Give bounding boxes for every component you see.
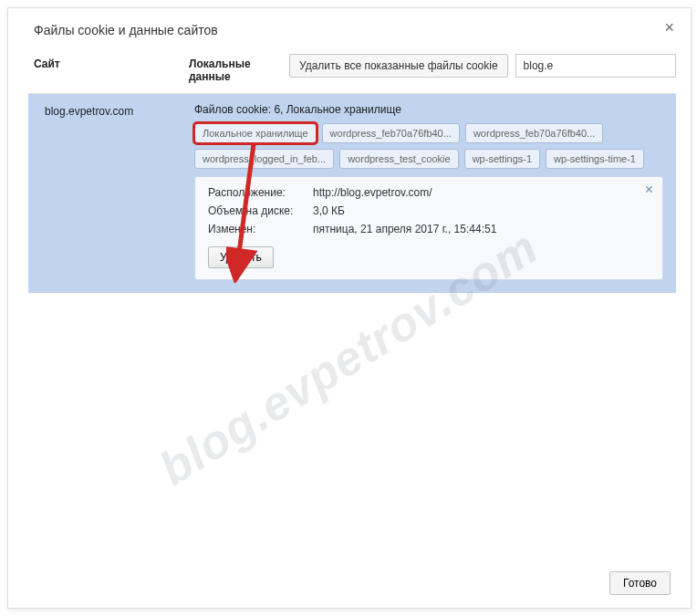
cookie-dialog: × Файлы cookie и данные сайтов Сайт Лока… <box>7 7 692 609</box>
site-data: Файлов cookie: 6, Локальное хранилище Ло… <box>194 103 663 280</box>
detail-row: Изменен:пятница, 21 апреля 2017 г., 15:4… <box>208 223 650 235</box>
column-header-site: Сайт <box>34 54 189 70</box>
cookie-chip-list: Локальное хранилищеwordpress_feb70a76fb4… <box>194 123 663 169</box>
cookie-chip[interactable]: wordpress_feb70a76fb40... <box>322 123 460 143</box>
dialog-title: Файлы cookie и данные сайтов <box>34 23 676 37</box>
column-header-local-data: Локальные данные <box>189 54 289 84</box>
dialog-footer: Готово <box>609 571 671 595</box>
site-summary: Файлов cookie: 6, Локальное хранилище <box>194 103 663 116</box>
detail-value: http://blog.evpetrov.com/ <box>313 186 650 199</box>
delete-all-button[interactable]: Удалить все показанные файлы cookie <box>289 54 508 78</box>
detail-label: Изменен: <box>208 223 313 235</box>
cookie-detail-panel: × Расположение:http://blog.evpetrov.com/… <box>194 176 663 280</box>
detail-label: Объем на диске: <box>208 204 313 217</box>
cookie-chip[interactable]: Локальное хранилище <box>194 123 317 143</box>
site-row: blog.evpetrov.com Файлов cookie: 6, Лока… <box>28 94 676 293</box>
cookie-chip[interactable]: wp-settings-time-1 <box>546 149 644 169</box>
cookie-chip[interactable]: wordpress_feb70a76fb40... <box>465 123 603 143</box>
detail-row: Расположение:http://blog.evpetrov.com/ <box>208 186 650 199</box>
cookie-chip[interactable]: wordpress_test_cookie <box>339 149 459 169</box>
detail-label: Расположение: <box>208 186 313 199</box>
site-domain[interactable]: blog.evpetrov.com <box>45 103 194 118</box>
header-actions: Удалить все показанные файлы cookie <box>289 54 676 78</box>
delete-cookie-button[interactable]: Удалить <box>208 246 274 268</box>
cookie-chip[interactable]: wordpress_logged_in_feb... <box>194 149 334 169</box>
header-row: Сайт Локальные данные Удалить все показа… <box>34 54 676 84</box>
content-area: blog.evpetrov.com Файлов cookie: 6, Лока… <box>28 93 676 568</box>
search-input[interactable] <box>515 54 676 78</box>
detail-value: 3,0 КБ <box>313 204 650 217</box>
detail-close-icon[interactable]: × <box>645 183 653 197</box>
detail-row: Объем на диске:3,0 КБ <box>208 204 650 217</box>
cookie-chip[interactable]: wp-settings-1 <box>464 149 540 169</box>
detail-value: пятница, 21 апреля 2017 г., 15:44:51 <box>313 223 650 235</box>
close-icon[interactable]: × <box>664 19 674 36</box>
done-button[interactable]: Готово <box>609 571 671 595</box>
